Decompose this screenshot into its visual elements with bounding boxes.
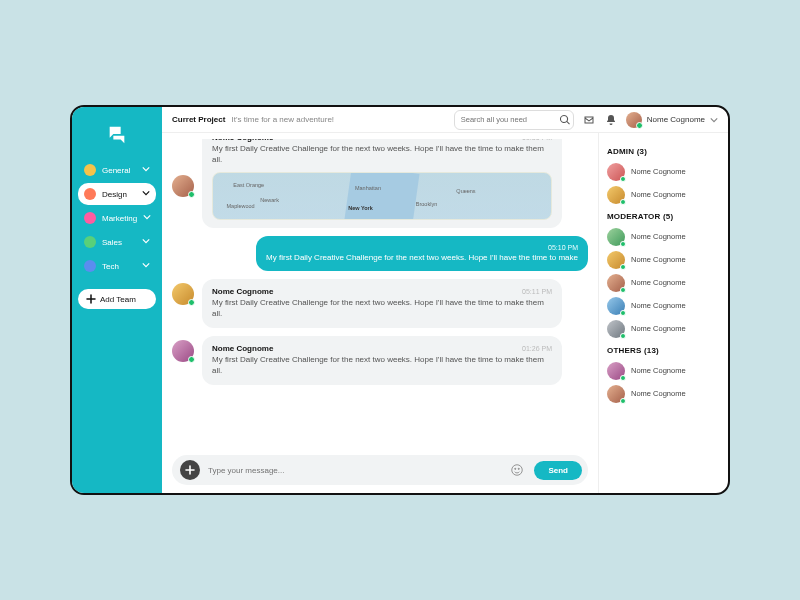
chevron-down-icon — [710, 116, 718, 124]
marketing-icon — [84, 212, 96, 224]
smile-icon — [510, 463, 524, 477]
message-bubble: Nome Cognome 01:26 PM My first Daily Cre… — [202, 336, 562, 385]
members-group-title: MODERATOR (5) — [607, 212, 720, 221]
message-out: 05:10 PM My first Daily Creative Challen… — [256, 236, 588, 272]
chevron-down-icon — [142, 165, 150, 175]
tech-icon — [84, 260, 96, 272]
design-icon — [84, 188, 96, 200]
plus-icon — [86, 294, 96, 304]
sidebar-item-sales[interactable]: Sales — [78, 231, 156, 253]
sales-icon — [84, 236, 96, 248]
svg-point-1 — [515, 468, 516, 469]
message-input[interactable] — [208, 466, 500, 475]
sidebar: General Design Marketing Sales Tech Add … — [72, 107, 162, 493]
add-team-label: Add Team — [100, 295, 136, 304]
mail-icon[interactable] — [582, 113, 596, 127]
message-text: My first Daily Creative Challenge for th… — [212, 355, 552, 377]
sidebar-item-label: General — [102, 166, 130, 175]
message-bubble: Nome Cognome 05:30 PM My first Daily Cre… — [202, 139, 562, 228]
members-group-title: OTHERS (13) — [607, 346, 720, 355]
message-author: Nome Cognome — [212, 344, 273, 353]
avatar — [607, 163, 625, 181]
sidebar-item-tech[interactable]: Tech — [78, 255, 156, 277]
sidebar-item-label: Design — [102, 190, 127, 199]
avatar — [607, 251, 625, 269]
avatar — [607, 320, 625, 338]
svg-point-2 — [519, 468, 520, 469]
chevron-down-icon — [142, 261, 150, 271]
user-menu[interactable]: Nome Cognome — [626, 112, 718, 128]
message-in: Nome Cognome 05:11 PM My first Daily Cre… — [172, 279, 588, 328]
avatar — [172, 283, 194, 305]
message-bubble: Nome Cognome 05:11 PM My first Daily Cre… — [202, 279, 562, 328]
topbar: Curret Project It's time for a new adven… — [162, 107, 728, 133]
attach-button[interactable] — [180, 460, 200, 480]
emoji-button[interactable] — [508, 461, 526, 479]
general-icon — [84, 164, 96, 176]
project-label: Curret Project — [172, 115, 225, 124]
chevron-down-icon — [142, 189, 150, 199]
message-in: Nome Cognome 05:30 PM My first Daily Cre… — [172, 139, 588, 228]
user-name: Nome Cognome — [647, 115, 705, 124]
member-row[interactable]: Nome Cognome — [607, 183, 720, 206]
sidebar-item-label: Sales — [102, 238, 122, 247]
message-author: Nome Cognome — [212, 139, 273, 142]
avatar — [172, 340, 194, 362]
members-panel: ADMIN (3) Nome Cognome Nome Cognome MODE… — [598, 133, 728, 493]
avatar — [607, 186, 625, 204]
avatar — [607, 274, 625, 292]
svg-point-0 — [512, 465, 523, 476]
sidebar-item-label: Marketing — [102, 214, 137, 223]
message-feed: Nome Cognome 05:30 PM My first Daily Cre… — [172, 139, 588, 449]
app-logo — [78, 123, 156, 145]
sidebar-item-general[interactable]: General — [78, 159, 156, 181]
members-group-title: ADMIN (3) — [607, 147, 720, 156]
avatar — [626, 112, 642, 128]
message-time: 05:11 PM — [522, 288, 552, 295]
search-box[interactable] — [454, 110, 574, 130]
message-text: My first Daily Creative Challenge for th… — [212, 298, 552, 320]
message-time: 05:10 PM — [266, 244, 578, 251]
avatar — [172, 175, 194, 197]
project-tagline: It's time for a new adventure! — [232, 115, 334, 124]
sidebar-item-label: Tech — [102, 262, 119, 271]
avatar — [607, 228, 625, 246]
chevron-down-icon — [143, 213, 151, 223]
sidebar-item-marketing[interactable]: Marketing — [78, 207, 156, 229]
avatar — [607, 385, 625, 403]
send-button[interactable]: Send — [534, 461, 582, 480]
bell-icon[interactable] — [604, 113, 618, 127]
message-time: 05:30 PM — [522, 139, 552, 141]
breadcrumb: Curret Project It's time for a new adven… — [172, 115, 334, 124]
message-in: Nome Cognome 01:26 PM My first Daily Cre… — [172, 336, 588, 385]
message-text: My first Daily Creative Challenge for th… — [266, 253, 578, 264]
message-author: Nome Cognome — [212, 287, 273, 296]
avatar — [607, 362, 625, 380]
chat-panel: Nome Cognome 05:30 PM My first Daily Cre… — [162, 133, 598, 493]
avatar — [607, 297, 625, 315]
map-attachment[interactable]: East Orange Newark Manhattan New York Br… — [212, 172, 552, 220]
member-row[interactable]: Nome Cognome — [607, 382, 720, 405]
add-team-button[interactable]: Add Team — [78, 289, 156, 309]
app-window: General Design Marketing Sales Tech Add … — [70, 105, 730, 495]
plus-icon — [185, 465, 195, 475]
message-text: My first Daily Creative Challenge for th… — [212, 144, 552, 166]
member-row[interactable]: Nome Cognome — [607, 248, 720, 271]
member-row[interactable]: Nome Cognome — [607, 317, 720, 340]
composer: Send — [172, 455, 588, 485]
main-area: Curret Project It's time for a new adven… — [162, 107, 728, 493]
chevron-down-icon — [142, 237, 150, 247]
content: Nome Cognome 05:30 PM My first Daily Cre… — [162, 133, 728, 493]
sidebar-item-design[interactable]: Design — [78, 183, 156, 205]
member-row[interactable]: Nome Cognome — [607, 271, 720, 294]
member-row[interactable]: Nome Cognome — [607, 359, 720, 382]
member-row[interactable]: Nome Cognome — [607, 225, 720, 248]
message-time: 01:26 PM — [522, 345, 552, 352]
search-input[interactable] — [461, 115, 555, 124]
member-row[interactable]: Nome Cognome — [607, 294, 720, 317]
member-row[interactable]: Nome Cognome — [607, 160, 720, 183]
search-icon — [559, 113, 571, 127]
